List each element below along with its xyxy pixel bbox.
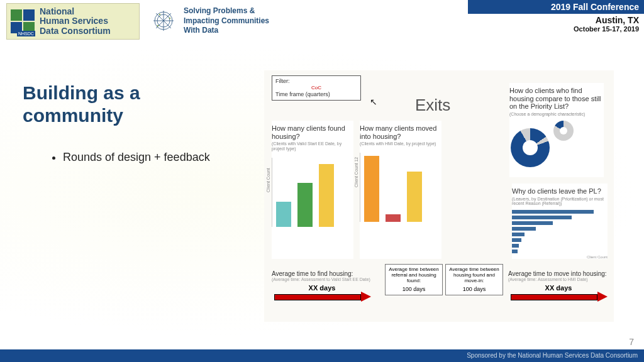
avg-time-movein: Average time to move into housing: (Aver…: [508, 270, 609, 300]
tagline-l3: With Data: [184, 26, 269, 36]
logo-mark-icon: [11, 9, 35, 33]
panel3-chart: [509, 121, 604, 177]
panel1-chart: Client Count: [272, 158, 353, 227]
hbar: [512, 216, 572, 219]
slide-title-l2: community: [23, 104, 140, 127]
donut-large: [511, 128, 550, 167]
bar: [407, 172, 422, 222]
panel2-chart: Client Count 12: [360, 153, 441, 222]
hbar: [512, 210, 594, 214]
svg-point-8: [157, 25, 158, 26]
panel4-chart: [512, 210, 608, 253]
filter-timeframe: Time frame (quarters): [275, 91, 357, 97]
panel1-ylabel: Client Count: [266, 168, 270, 192]
conference-dates: October 15-17, 2019: [574, 25, 639, 33]
stat-referral-to-found: Average time between referral and housin…: [385, 264, 443, 295]
slide-bullets: Rounds of design + feedback: [38, 151, 210, 168]
avg2-title: Average time to move into housing:: [508, 270, 609, 277]
hbar: [512, 250, 518, 253]
stat1-value: 100 days: [387, 286, 440, 292]
panel2-sub: (Clients with HMI Date, by project type): [360, 141, 441, 146]
conference-city: Austin, TX: [574, 15, 639, 25]
avg-time-find: Average time to find housing: (Average t…: [272, 270, 372, 300]
tagline-block: Solving Problems & Impacting Communities…: [151, 6, 269, 36]
panel3-sub: (Choose a demographic characteristic): [509, 112, 604, 117]
stat-found-to-movein: Average time between housing found and m…: [445, 264, 503, 295]
stat1-label: Average time between referral and housin…: [387, 266, 440, 284]
svg-point-6: [159, 14, 160, 15]
hbar: [512, 233, 525, 236]
header-band: NHSDC National Human Services Data Conso…: [0, 0, 644, 45]
stat-row: Average time between referral and housin…: [385, 264, 503, 295]
nhsdc-badge: NHSDC: [17, 31, 35, 36]
arrow-right-icon: [508, 293, 609, 300]
org-name-l3: Data Consortium: [40, 26, 111, 36]
cursor-icon: ↖: [370, 97, 377, 107]
org-name-l2: Human Services: [40, 16, 111, 26]
arrow-right-icon: [272, 293, 372, 300]
panel2-ylabel: Client Count 12: [354, 157, 358, 187]
hbar: [512, 227, 536, 231]
org-name-l1: National: [40, 7, 111, 16]
org-name: National Human Services Data Consortium: [40, 7, 111, 36]
panel3-title: How do clients who find housing compare …: [509, 87, 604, 111]
hbar: [512, 238, 521, 242]
footer-band: Sponsored by the National Human Services…: [0, 349, 644, 362]
filter-label: Filter:: [275, 78, 357, 84]
stat2-label: Average time between housing found and m…: [448, 266, 501, 284]
slide-title-l1: Building as a: [23, 82, 140, 104]
stat2-value: 100 days: [448, 286, 501, 292]
hbar: [512, 244, 519, 248]
panel4-title: Why do clients leave the PL?: [512, 187, 608, 195]
bar: [364, 156, 379, 222]
panel-moved-into-housing: How many clients moved into housing? (Cl…: [360, 121, 441, 259]
bar: [276, 202, 291, 227]
exits-heading: Exits: [415, 96, 450, 115]
conference-location: Austin, TX October 15-17, 2019: [574, 15, 639, 33]
tagline: Solving Problems & Impacting Communities…: [184, 6, 269, 36]
bar: [319, 164, 334, 227]
svg-point-7: [169, 18, 170, 19]
dashboard-mock: Filter: CoC Time frame (quarters) ↖ Exit…: [264, 70, 614, 322]
conference-bar: 2019 Fall Conference: [468, 0, 644, 14]
panel1-sub: (Clients with Valid Start EE Date, by pr…: [272, 141, 353, 151]
filter-coc: CoC: [275, 85, 357, 90]
avg2-value: XX days: [508, 284, 609, 292]
page-number: 7: [629, 337, 634, 347]
panel4-sub: (Leavers, by Destination (Prioritization…: [512, 197, 608, 206]
avg1-sub: (Average time: Assessment to Valid Start…: [272, 277, 372, 282]
panel-found-housing: How many clients found housing? (Clients…: [272, 121, 353, 259]
data-swirl-icon: [151, 8, 176, 33]
avg1-title: Average time to find housing:: [272, 270, 372, 277]
panel4-footer: Client Count: [512, 255, 608, 259]
tagline-l1: Solving Problems &: [184, 6, 269, 16]
hbar: [512, 221, 553, 225]
panel2-title: How many clients moved into housing?: [360, 124, 441, 140]
slide-body: Building as a community Rounds of design…: [0, 44, 644, 337]
panel1-title: How many clients found housing?: [272, 124, 353, 140]
donut-small: [553, 121, 574, 141]
footer-sponsor: Sponsored by the National Human Services…: [467, 352, 638, 359]
slide-title: Building as a community: [23, 82, 140, 127]
filter-box: Filter: CoC Time frame (quarters): [272, 75, 361, 101]
avg2-sub: (Average time: Assessment to HMI Date): [508, 277, 609, 282]
org-logo: NHSDC National Human Services Data Conso…: [6, 3, 140, 40]
slide: NHSDC National Human Services Data Conso…: [0, 0, 644, 362]
bar: [386, 214, 401, 222]
bar: [297, 183, 313, 227]
avg1-value: XX days: [272, 284, 372, 292]
tagline-l2: Impacting Communities: [184, 16, 269, 26]
panel-compare-priority-list: How do clients who find housing compare …: [509, 83, 604, 177]
bullet-1: Rounds of design + feedback: [63, 151, 210, 164]
panel-leave-reasons: Why do clients leave the PL? (Leavers, b…: [512, 184, 608, 259]
